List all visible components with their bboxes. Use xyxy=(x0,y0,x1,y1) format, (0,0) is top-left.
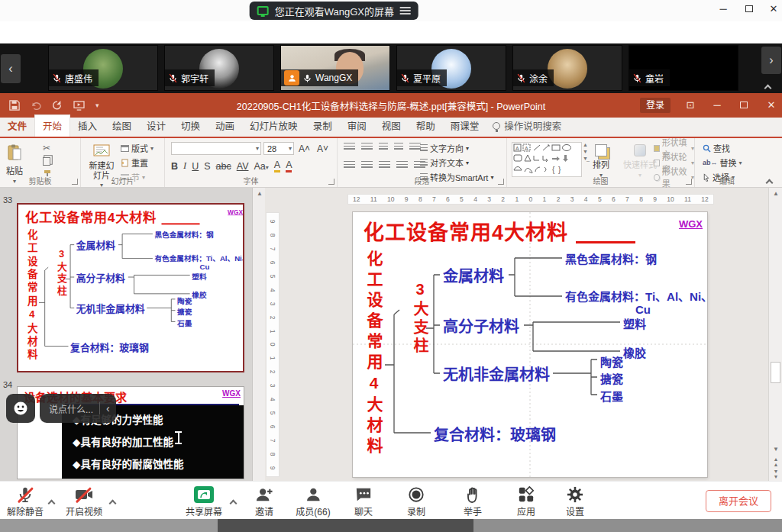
shapes-scroll-down-icon[interactable]: ▼ xyxy=(583,149,588,154)
video-options-chevron[interactable] xyxy=(110,495,115,509)
font-name-combo[interactable]: ▾ xyxy=(171,142,261,155)
redo-icon[interactable] xyxy=(52,100,63,111)
tab-review[interactable]: 审阅 xyxy=(340,115,374,137)
font-color-button[interactable]: A xyxy=(286,160,292,172)
shapes-more-icon[interactable]: ▼̲ xyxy=(583,156,588,161)
settings-button[interactable]: 设置 xyxy=(566,486,584,517)
chat-button[interactable]: 聊天 xyxy=(354,486,373,517)
shapes-gallery[interactable]: A A { } xyxy=(512,142,582,177)
sign-in-button[interactable]: 登录 xyxy=(640,98,671,113)
tab-slideshow[interactable]: 幻灯片放映 xyxy=(242,115,305,137)
participant-tile[interactable]: 童岩 xyxy=(629,45,738,91)
clipboard-dialog-launcher[interactable] xyxy=(72,179,78,185)
window-maximize-button[interactable] xyxy=(742,3,756,15)
participant-tile[interactable]: 夏平原 xyxy=(396,45,506,91)
participants-scroll-left-button[interactable]: ‹ xyxy=(1,54,21,83)
scroll-up-icon[interactable]: ▲ xyxy=(253,190,267,197)
slide-canvas[interactable]: 1211109876543210123456789101112 化工设备常用4大… xyxy=(280,188,768,481)
numbering-icon[interactable] xyxy=(361,143,373,151)
tab-design[interactable]: 设计 xyxy=(139,115,173,137)
scroll-down-icon[interactable]: ▼ xyxy=(769,446,782,453)
reset-button[interactable]: 重置 xyxy=(121,156,153,169)
window-minimize-button[interactable]: ─ xyxy=(716,3,730,15)
apps-button[interactable]: 应用 xyxy=(517,486,535,517)
paragraph-dialog-launcher[interactable] xyxy=(498,179,504,185)
strikethrough-button[interactable]: abc xyxy=(216,161,231,172)
tab-file[interactable]: 文件 xyxy=(0,115,34,137)
share-screen-button[interactable]: 共享屏幕 xyxy=(186,486,222,517)
tab-rain-classroom[interactable]: 雨课堂 xyxy=(443,115,487,137)
indent-decrease-icon[interactable] xyxy=(379,143,388,151)
align-left-icon[interactable] xyxy=(344,161,355,169)
character-spacing-button[interactable]: AV xyxy=(237,161,249,172)
ppt-minimize-button[interactable]: ─ xyxy=(709,99,725,111)
cut-icon[interactable]: ✂ xyxy=(43,143,52,153)
bullets-icon[interactable] xyxy=(344,143,355,151)
scroll-up-icon[interactable]: ▲ xyxy=(769,190,782,197)
grow-font-button[interactable]: A˄ xyxy=(296,143,312,154)
collapse-ribbon-button[interactable] xyxy=(767,175,772,189)
change-case-button[interactable]: Aa▾ xyxy=(254,161,268,172)
drawing-dialog-launcher[interactable] xyxy=(686,179,692,185)
text-direction-button[interactable]: 文字方向▾ xyxy=(420,142,493,154)
ppt-restore-button[interactable] xyxy=(735,99,752,111)
qat-customize-caret-icon[interactable]: ▾ xyxy=(95,102,99,109)
unmute-button[interactable]: 解除静音 xyxy=(7,486,44,517)
share-options-chevron[interactable] xyxy=(231,495,236,509)
justify-icon[interactable] xyxy=(396,161,408,169)
align-text-button[interactable]: 对齐文本▾ xyxy=(420,156,493,169)
indent-increase-icon[interactable] xyxy=(394,143,403,151)
shrink-font-button[interactable]: A˅ xyxy=(315,143,331,154)
copy-icon[interactable] xyxy=(43,157,50,166)
slide-33-editor[interactable]: 化工设备常用4大材料 WGX 化工设备常用4大材料 3大支柱 金属材料 高分子材… xyxy=(353,212,707,477)
tab-draw[interactable]: 绘图 xyxy=(105,115,139,137)
participant-tile[interactable]: 涂余 xyxy=(512,45,622,91)
tab-record[interactable]: 录制 xyxy=(305,115,340,137)
window-close-button[interactable]: ✕ xyxy=(767,3,780,15)
chat-input[interactable]: 说点什么... ‹ xyxy=(40,394,116,423)
align-right-icon[interactable] xyxy=(379,161,390,169)
tab-help[interactable]: 帮助 xyxy=(409,115,443,137)
italic-button[interactable]: I xyxy=(183,160,186,172)
bold-button[interactable]: B xyxy=(171,161,178,172)
raise-hand-button[interactable]: 举手 xyxy=(464,486,482,517)
editor-scrollbar[interactable]: ▲ ▼ ▲▲ ▼▼ xyxy=(768,188,782,481)
start-video-button[interactable]: 开启视频 xyxy=(66,486,102,517)
invite-button[interactable]: 邀请 xyxy=(255,486,273,517)
font-dialog-launcher[interactable] xyxy=(328,179,334,185)
participant-tile-presenter[interactable]: WangGX xyxy=(280,45,390,91)
scrollbar-thumb[interactable] xyxy=(771,362,780,383)
participant-tile[interactable]: 郭宇轩 xyxy=(164,45,274,91)
participant-tile[interactable]: 唐盛伟 xyxy=(48,45,158,91)
replace-button[interactable]: ab↔ 替换▾ xyxy=(703,156,742,169)
quick-styles-button[interactable]: 快速样式 ▾ xyxy=(623,140,657,179)
members-button[interactable]: 成员(66) xyxy=(296,486,330,517)
line-spacing-icon[interactable] xyxy=(409,143,421,151)
leave-meeting-button[interactable]: 离开会议 xyxy=(706,490,771,512)
align-center-icon[interactable] xyxy=(361,161,373,169)
font-size-combo[interactable]: 28▾ xyxy=(263,142,294,155)
text-shadow-button[interactable]: S xyxy=(204,161,210,172)
record-button[interactable]: 录制 xyxy=(407,486,425,517)
participants-scroll-right-button[interactable]: › xyxy=(761,47,781,74)
emoji-button[interactable] xyxy=(6,394,35,423)
tell-me-search[interactable]: 操作说明搜索 xyxy=(486,115,567,137)
banner-menu-icon[interactable] xyxy=(400,7,411,15)
tab-animations[interactable]: 动画 xyxy=(208,115,242,137)
tab-home[interactable]: 开始 xyxy=(34,114,70,137)
slideshow-icon[interactable] xyxy=(73,101,85,111)
slide-33-thumbnail[interactable]: 化工设备常用4大材料 WGX 化工设备常用4大材料 3大支柱 金属材料 高分子材… xyxy=(17,203,244,372)
tab-transitions[interactable]: 切换 xyxy=(173,115,208,137)
previous-slide-button[interactable]: ▲▲ xyxy=(769,456,782,467)
tab-view[interactable]: 视图 xyxy=(374,115,409,137)
shapes-scroll-up-icon[interactable]: ▲ xyxy=(583,142,588,147)
underline-button[interactable]: U xyxy=(192,161,199,172)
ppt-close-button[interactable]: ✕ xyxy=(763,99,780,111)
tab-insert[interactable]: 插入 xyxy=(70,115,105,137)
save-icon[interactable] xyxy=(9,100,20,111)
highlight-color-button[interactable]: A xyxy=(274,160,280,172)
ribbon-display-options-icon[interactable]: ⊡ xyxy=(682,99,699,111)
audio-options-chevron[interactable] xyxy=(49,495,54,509)
arrange-button[interactable]: 排列 ▾ xyxy=(593,140,609,179)
layout-button[interactable]: 版式▾ xyxy=(121,142,153,154)
